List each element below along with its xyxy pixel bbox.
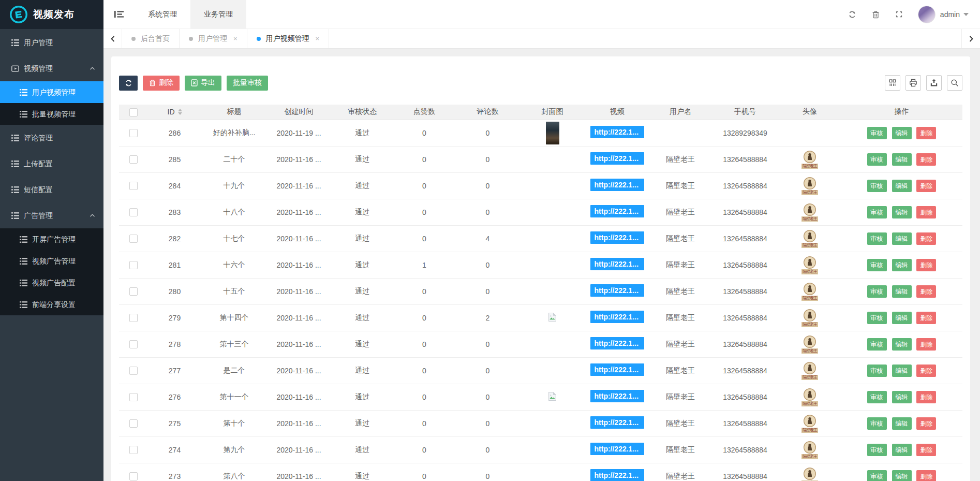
user-avatar[interactable]: 隔壁老王 <box>801 150 818 169</box>
nav-menu-business[interactable]: 业务管理 <box>190 0 246 28</box>
row-checkbox[interactable] <box>129 155 138 164</box>
collapse-sidebar-icon[interactable] <box>103 0 135 28</box>
row-checkbox[interactable] <box>129 419 138 428</box>
sidebar-item[interactable]: 广告管理 <box>0 202 103 228</box>
sidebar-item[interactable]: 短信配置 <box>0 177 103 202</box>
review-button[interactable]: 审核 <box>867 365 887 377</box>
row-checkbox[interactable] <box>129 182 138 190</box>
row-checkbox[interactable] <box>129 472 138 480</box>
edit-button[interactable]: 编辑 <box>892 153 912 166</box>
user-avatar[interactable]: 隔壁老王 <box>801 202 818 222</box>
video-link[interactable]: http://222.1... <box>590 284 644 297</box>
sidebar-item[interactable]: 用户管理 <box>0 30 103 55</box>
sidebar-item[interactable]: 视频广告配置 <box>0 272 103 294</box>
nav-menu-system[interactable]: 系统管理 <box>135 0 190 28</box>
user-avatar[interactable]: 隔壁老王 <box>801 334 818 354</box>
tab-user-video-management[interactable]: 用户视频管理 × <box>247 29 330 48</box>
sidebar-item[interactable]: 上传配置 <box>0 151 103 177</box>
close-icon[interactable]: × <box>316 35 320 42</box>
delete-row-button[interactable]: 删除 <box>916 365 936 377</box>
tabs-scroll-right-icon[interactable] <box>961 29 980 48</box>
review-button[interactable]: 审核 <box>867 391 887 403</box>
edit-button[interactable]: 编辑 <box>892 470 912 481</box>
trash-icon[interactable] <box>864 0 887 28</box>
export-data-button[interactable] <box>926 75 942 91</box>
video-link[interactable]: http://222.1... <box>590 258 644 270</box>
video-link[interactable]: http://222.1... <box>590 311 644 323</box>
delete-row-button[interactable]: 删除 <box>916 153 936 166</box>
select-all-checkbox[interactable] <box>129 108 138 116</box>
row-checkbox[interactable] <box>129 287 138 296</box>
user-avatar[interactable]: 隔壁老王 <box>801 308 818 327</box>
user-avatar[interactable]: 隔壁老王 <box>801 467 818 481</box>
video-link[interactable]: http://222.1... <box>590 126 644 138</box>
row-checkbox[interactable] <box>129 261 138 269</box>
tab-home[interactable]: 后台首页 <box>122 29 180 48</box>
review-button[interactable]: 审核 <box>867 470 887 481</box>
review-button[interactable]: 审核 <box>867 444 887 456</box>
sidebar-item[interactable]: 批量视频管理 <box>0 103 103 125</box>
user-avatar[interactable]: 隔壁老王 <box>801 440 818 459</box>
delete-row-button[interactable]: 删除 <box>916 417 936 430</box>
review-button[interactable]: 审核 <box>867 285 887 298</box>
video-link[interactable]: http://222.1... <box>590 363 644 376</box>
video-link[interactable]: http://222.1... <box>590 416 644 429</box>
edit-button[interactable]: 编辑 <box>892 127 912 139</box>
review-button[interactable]: 审核 <box>867 206 887 218</box>
delete-row-button[interactable]: 删除 <box>916 180 936 192</box>
edit-button[interactable]: 编辑 <box>892 180 912 192</box>
sidebar-item[interactable]: 前端分享设置 <box>0 294 103 315</box>
export-button[interactable]: 导出 <box>185 76 221 91</box>
row-checkbox[interactable] <box>129 367 138 375</box>
search-button[interactable] <box>947 75 962 91</box>
user-avatar[interactable]: 隔壁老王 <box>801 361 818 380</box>
delete-row-button[interactable]: 删除 <box>916 312 936 324</box>
edit-button[interactable]: 编辑 <box>892 444 912 456</box>
delete-row-button[interactable]: 删除 <box>916 259 936 271</box>
cover-thumbnail[interactable] <box>546 122 559 144</box>
delete-row-button[interactable]: 删除 <box>916 470 936 481</box>
review-button[interactable]: 审核 <box>867 232 887 245</box>
edit-button[interactable]: 编辑 <box>892 417 912 430</box>
row-checkbox[interactable] <box>129 393 138 401</box>
row-checkbox[interactable] <box>129 340 138 348</box>
row-checkbox[interactable] <box>129 314 138 322</box>
edit-button[interactable]: 编辑 <box>892 391 912 403</box>
review-button[interactable]: 审核 <box>867 127 887 139</box>
columns-filter-button[interactable] <box>885 75 900 91</box>
review-button[interactable]: 审核 <box>867 153 887 166</box>
user-avatar[interactable]: 隔壁老王 <box>801 387 818 406</box>
delete-row-button[interactable]: 删除 <box>916 206 936 218</box>
sidebar-item[interactable]: 开屏广告管理 <box>0 228 103 250</box>
refresh-icon[interactable] <box>840 0 864 28</box>
sidebar-item[interactable]: 用户视频管理 <box>0 81 103 103</box>
row-checkbox[interactable] <box>129 208 138 216</box>
review-button[interactable]: 审核 <box>867 338 887 351</box>
edit-button[interactable]: 编辑 <box>892 232 912 245</box>
review-button[interactable]: 审核 <box>867 259 887 271</box>
tab-user-management[interactable]: 用户管理 × <box>180 29 247 48</box>
edit-button[interactable]: 编辑 <box>892 206 912 218</box>
tabs-scroll-left-icon[interactable] <box>103 29 122 48</box>
video-link[interactable]: http://222.1... <box>590 179 644 191</box>
user-avatar[interactable] <box>918 6 936 23</box>
user-avatar[interactable]: 隔壁老王 <box>801 414 818 433</box>
delete-row-button[interactable]: 删除 <box>916 285 936 298</box>
edit-button[interactable]: 编辑 <box>892 338 912 351</box>
user-menu[interactable]: admin <box>940 10 969 19</box>
video-link[interactable]: http://222.1... <box>590 469 644 481</box>
video-link[interactable]: http://222.1... <box>590 205 644 217</box>
refresh-button[interactable] <box>119 76 138 91</box>
delete-row-button[interactable]: 删除 <box>916 391 936 403</box>
user-avatar[interactable]: 隔壁老王 <box>801 282 818 301</box>
print-button[interactable] <box>905 75 921 91</box>
delete-button[interactable]: 删除 <box>143 76 180 91</box>
delete-row-button[interactable]: 删除 <box>916 444 936 456</box>
video-link[interactable]: http://222.1... <box>590 231 644 244</box>
sidebar-item[interactable]: 视频广告管理 <box>0 250 103 272</box>
review-button[interactable]: 审核 <box>867 312 887 324</box>
delete-row-button[interactable]: 删除 <box>916 338 936 351</box>
user-avatar[interactable]: 隔壁老王 <box>801 176 818 195</box>
sidebar-item[interactable]: 视频管理 <box>0 55 103 81</box>
edit-button[interactable]: 编辑 <box>892 312 912 324</box>
